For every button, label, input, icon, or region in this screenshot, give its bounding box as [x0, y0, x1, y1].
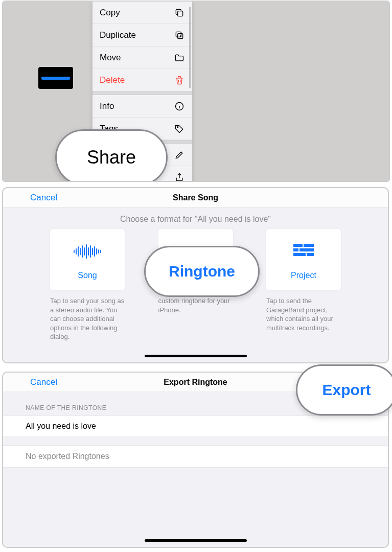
copy-icon — [174, 7, 185, 18]
menu-label: Move — [100, 53, 174, 63]
ringtone-name-value: All you need is love — [26, 422, 96, 431]
sheet-header: Cancel Share Song — [3, 188, 388, 208]
svg-rect-23 — [293, 253, 306, 256]
card-project: Project Tap to send the GarageBand proje… — [266, 229, 341, 341]
menu-item-copy[interactable]: Copy — [93, 2, 192, 24]
callout-label: Ringtone — [169, 263, 235, 280]
waveform-preview — [41, 77, 70, 80]
home-indicator — [145, 355, 247, 357]
project-thumbnail[interactable] — [38, 67, 73, 89]
svg-rect-20 — [304, 244, 314, 247]
callout-export: Export — [296, 364, 392, 416]
svg-rect-21 — [293, 248, 298, 251]
card-description: custom ringtone for your iPhone. — [158, 296, 233, 314]
share-icon — [174, 172, 185, 182]
context-menu-screenshot: Copy Duplicate Move Delete Info — [2, 1, 390, 182]
menu-label: Duplicate — [100, 30, 174, 40]
card-description: Tap to send your song as a stereo audio … — [50, 296, 125, 341]
callout-share: Share — [55, 129, 168, 182]
card-project-box[interactable]: Project — [266, 229, 341, 290]
menu-separator — [93, 91, 192, 95]
folder-icon — [174, 52, 185, 63]
menu-item-move[interactable]: Move — [93, 47, 192, 69]
callout-label: Export — [322, 381, 371, 399]
svg-point-4 — [177, 126, 178, 127]
cancel-button[interactable]: Cancel — [30, 193, 57, 203]
exported-status-row: No exported Ringtones — [3, 445, 388, 468]
info-icon — [174, 101, 185, 112]
home-indicator — [145, 539, 247, 542]
tracks-icon — [293, 239, 314, 264]
format-prompt: Choose a format for "All you need is lov… — [3, 215, 388, 224]
sheet-title: Share Song — [3, 193, 388, 202]
svg-rect-0 — [178, 11, 183, 16]
panel3-wrap: Cancel Export Ringtone NAME OF THE RINGT… — [0, 372, 392, 548]
card-song-box[interactable]: Song — [50, 229, 125, 290]
menu-label: Info — [100, 101, 174, 111]
svg-rect-22 — [299, 248, 314, 251]
trash-icon — [174, 75, 185, 86]
menu-label: Delete — [100, 75, 174, 85]
callout-label: Share — [87, 147, 136, 168]
exported-status-text: No exported Ringtones — [26, 452, 109, 461]
menu-item-delete[interactable]: Delete — [93, 69, 192, 91]
pencil-icon — [174, 149, 185, 160]
callout-ringtone: Ringtone — [144, 246, 260, 297]
tag-icon — [174, 123, 185, 134]
share-song-screenshot: Cancel Share Song Choose a format for "A… — [2, 187, 389, 363]
scroll-indicator — [189, 7, 191, 88]
ringtone-name-field[interactable]: All you need is love — [3, 416, 388, 437]
cancel-button[interactable]: Cancel — [30, 377, 57, 387]
duplicate-icon — [174, 30, 185, 41]
svg-rect-24 — [307, 253, 314, 256]
card-label: Project — [291, 271, 316, 280]
svg-rect-19 — [293, 244, 303, 247]
waveform-icon — [72, 239, 103, 264]
menu-item-duplicate[interactable]: Duplicate — [93, 24, 192, 47]
menu-label: Copy — [100, 8, 174, 18]
card-label: Song — [78, 271, 97, 280]
menu-item-info[interactable]: Info — [93, 95, 192, 118]
card-description: Tap to send the GarageBand project, whic… — [266, 296, 341, 332]
card-song: Song Tap to send your song as a stereo a… — [50, 229, 125, 341]
